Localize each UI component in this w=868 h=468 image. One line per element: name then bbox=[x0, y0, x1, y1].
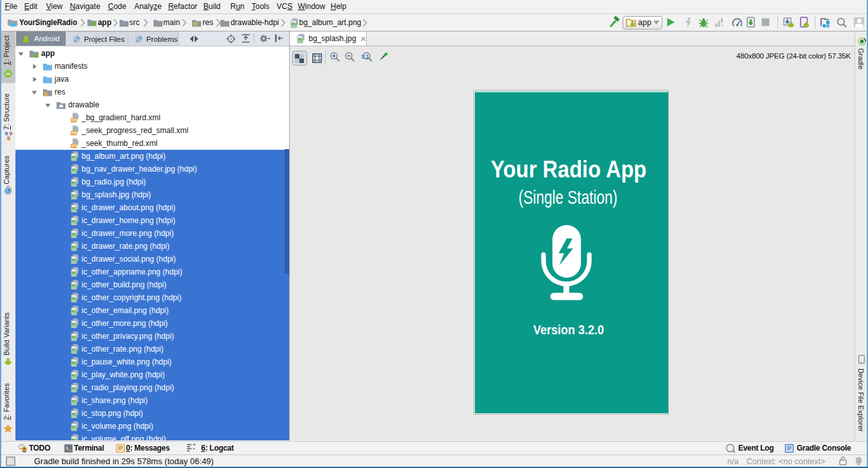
svg-text:<>: <> bbox=[71, 118, 76, 122]
svg-text:1:1: 1:1 bbox=[361, 53, 369, 60]
svg-text:<>: <> bbox=[71, 130, 76, 135]
svg-text:<>: <> bbox=[71, 143, 76, 148]
